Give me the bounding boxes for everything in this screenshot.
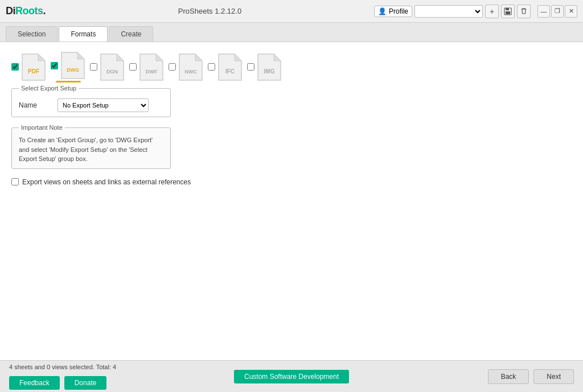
format-img: IMG	[247, 53, 282, 81]
important-note-legend: Important Note	[19, 124, 65, 131]
status-text: 4 sheets and 0 views selected. Total: 4	[9, 364, 116, 370]
restore-button[interactable]: ❐	[551, 5, 564, 18]
format-ifc: IFC	[208, 53, 243, 81]
tab-formats[interactable]: Formats	[59, 26, 108, 42]
svg-rect-1	[506, 8, 509, 10]
bottom-bar: 4 sheets and 0 views selected. Total: 4 …	[0, 360, 583, 392]
svg-marker-10	[117, 54, 124, 61]
profile-dropdown[interactable]	[414, 5, 483, 18]
svg-text:DWF: DWF	[146, 69, 158, 75]
svg-text:DWG: DWG	[67, 67, 79, 73]
format-ifc-checkbox[interactable]	[208, 63, 215, 71]
add-profile-button[interactable]: +	[485, 5, 499, 18]
next-button[interactable]: Next	[533, 369, 574, 384]
tab-selection[interactable]: Selection	[6, 26, 58, 42]
svg-text:IMG: IMG	[264, 68, 275, 75]
window-controls: — ❐ ✕	[537, 5, 577, 18]
user-icon: 👤	[378, 7, 387, 15]
dgn-icon: DGN	[100, 53, 125, 81]
export-setup-name-label: Name	[19, 101, 53, 109]
svg-marker-16	[195, 54, 202, 61]
svg-marker-7	[77, 52, 84, 59]
external-ref-checkbox[interactable]	[11, 178, 19, 185]
format-dwg-checkbox[interactable]	[51, 62, 58, 69]
format-dgn: DGN	[90, 53, 125, 81]
external-ref-row: Export views on sheets and links as exte…	[11, 178, 572, 186]
format-nwc-checkbox[interactable]	[169, 63, 176, 71]
svg-marker-19	[235, 54, 241, 61]
minimize-button[interactable]: —	[537, 5, 550, 18]
content-area: PDF DWG	[0, 42, 583, 360]
title-bar: DiRoots. ProSheets 1.2.12.0 👤 Profile + …	[0, 0, 583, 23]
svg-text:DGN: DGN	[106, 69, 118, 75]
custom-software-button[interactable]: Custom Software Development	[234, 370, 349, 383]
svg-text:PDF: PDF	[28, 68, 39, 75]
important-note-container: Important Note To Create an 'Export Grou…	[11, 124, 572, 169]
back-button[interactable]: Back	[488, 369, 529, 384]
profile-label: Profile	[389, 7, 408, 15]
format-dgn-checkbox[interactable]	[90, 63, 97, 71]
export-setup-select[interactable]: No Export Setup	[58, 98, 149, 112]
format-pdf: PDF	[11, 53, 46, 81]
tabs-bar: Selection Formats Create	[0, 23, 583, 42]
bottom-left: 4 sheets and 0 views selected. Total: 4 …	[9, 364, 116, 390]
delete-profile-button[interactable]	[517, 5, 531, 18]
app-logo: DiRoots.	[6, 5, 46, 17]
profile-icon-wrap: 👤 Profile	[374, 6, 412, 17]
feedback-button[interactable]: Feedback	[9, 376, 60, 390]
dwg-icon: DWG	[60, 51, 85, 80]
tab-create[interactable]: Create	[109, 26, 153, 42]
svg-marker-4	[38, 54, 45, 61]
center-button-container: Custom Software Development	[234, 370, 349, 383]
svg-rect-2	[506, 11, 510, 14]
pdf-icon: PDF	[21, 53, 46, 81]
format-icons-row: PDF DWG	[11, 51, 572, 82]
export-setup-row: Name No Export Setup	[19, 98, 163, 112]
close-button[interactable]: ✕	[565, 5, 577, 18]
format-dwg: DWG	[51, 51, 85, 82]
dwf-icon: DWF	[139, 53, 164, 81]
svg-text:IFC: IFC	[225, 68, 235, 75]
format-nwc: NWC	[169, 53, 203, 81]
important-note-text: To Create an 'Export Group', go to 'DWG …	[19, 135, 163, 164]
bottom-left-buttons: Feedback Donate	[9, 376, 116, 390]
external-ref-label: Export views on sheets and links as exte…	[22, 178, 191, 186]
donate-button[interactable]: Donate	[64, 376, 107, 390]
format-img-checkbox[interactable]	[247, 63, 254, 71]
nav-buttons: Back Next	[488, 369, 574, 384]
app-title: ProSheets 1.2.12.0	[46, 7, 374, 15]
profile-area: 👤 Profile +	[374, 5, 531, 18]
nwc-icon: NWC	[178, 53, 203, 81]
svg-marker-22	[274, 54, 281, 61]
main-content: Selection Formats Create PDF	[0, 23, 583, 360]
save-profile-button[interactable]	[501, 5, 515, 18]
svg-text:NWC: NWC	[184, 69, 197, 75]
img-icon: IMG	[257, 53, 282, 81]
ifc-icon: IFC	[217, 53, 243, 81]
format-dwf: DWF	[129, 53, 164, 81]
svg-marker-13	[156, 54, 163, 61]
format-pdf-checkbox[interactable]	[11, 63, 19, 71]
format-dwf-checkbox[interactable]	[129, 63, 137, 71]
export-setup-legend: Select Export Setup	[19, 85, 79, 92]
